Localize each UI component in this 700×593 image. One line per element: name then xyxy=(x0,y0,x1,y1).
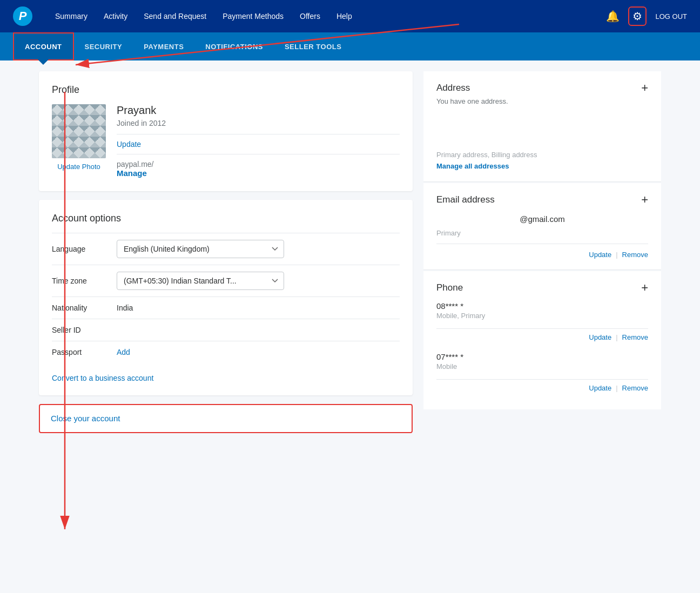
phone-2-update-link[interactable]: Update xyxy=(589,384,611,392)
subnav-account[interactable]: ACCOUNT xyxy=(13,32,74,60)
profile-title: Profile xyxy=(52,84,400,96)
left-column: Profile Update Photo Prayank Joined in 2… xyxy=(39,71,413,433)
nav-send-request[interactable]: Send and Request xyxy=(137,8,213,25)
email-primary-label: Primary xyxy=(436,229,648,237)
timezone-select[interactable]: (GMT+05:30) Indian Standard T... xyxy=(117,272,284,290)
email-update-link[interactable]: Update xyxy=(589,251,611,259)
profile-content: Update Photo Prayank Joined in 2012 Upda… xyxy=(52,104,400,178)
profile-update-link[interactable]: Update xyxy=(117,140,141,149)
avatar xyxy=(52,104,106,158)
paypal-me-manage-link[interactable]: Manage xyxy=(117,169,147,178)
timezone-row: Time zone (GMT+05:30) Indian Standard T.… xyxy=(52,265,400,296)
email-remove-link[interactable]: Remove xyxy=(622,251,648,259)
right-column: Address + You have one address. Primary … xyxy=(423,71,661,433)
sub-nav: ACCOUNT SECURITY PAYMENTS NOTIFICATIONS … xyxy=(0,32,700,60)
nav-offers[interactable]: Offers xyxy=(293,8,327,25)
phone-title: Phone xyxy=(436,282,463,293)
nav-activity[interactable]: Activity xyxy=(97,8,134,25)
nationality-label: Nationality xyxy=(52,304,117,312)
address-sub: You have one address. xyxy=(436,97,648,105)
top-nav-right: 🔔 ⚙ LOG OUT xyxy=(606,6,687,26)
phone-1-actions: Update | Remove xyxy=(436,328,648,341)
paypal-logo: P xyxy=(13,6,32,26)
close-account-box[interactable]: Close your account xyxy=(39,404,413,433)
email-header: Email address + xyxy=(436,194,648,206)
account-options-title: Account options xyxy=(52,213,400,224)
phone-header: Phone + xyxy=(436,282,648,294)
address-card: Address + You have one address. Primary … xyxy=(423,71,661,182)
manage-addresses-link[interactable]: Manage all addresses xyxy=(436,162,509,170)
language-select[interactable]: English (United Kingdom) xyxy=(117,240,284,258)
avatar-image xyxy=(52,104,106,158)
avatar-container: Update Photo xyxy=(52,104,106,171)
nav-help[interactable]: Help xyxy=(330,8,359,25)
passport-add-link[interactable]: Add xyxy=(117,348,130,356)
profile-card: Profile Update Photo Prayank Joined in 2… xyxy=(39,71,413,191)
update-photo-link[interactable]: Update Photo xyxy=(57,163,100,171)
subnav-security[interactable]: SECURITY xyxy=(74,32,133,60)
address-header: Address + xyxy=(436,82,648,94)
phone-card: Phone + 08**** * Mobile, Primary Update … xyxy=(423,271,661,409)
top-nav-links: Summary Activity Send and Request Paymen… xyxy=(49,8,606,25)
phone-entry-2: 07**** * Mobile Update | Remove xyxy=(436,348,648,392)
phone-number-1: 08**** * xyxy=(436,301,648,311)
email-value: @gmail.com xyxy=(436,209,648,229)
subnav-payments[interactable]: PAYMENTS xyxy=(133,32,194,60)
logout-button[interactable]: LOG OUT xyxy=(655,12,687,21)
address-primary-label: Primary address, Billing address xyxy=(436,151,648,159)
phone-entry-1: 08**** * Mobile, Primary Update | Remove xyxy=(436,297,648,341)
phone-entry-2-info: 07**** * Mobile xyxy=(436,348,648,375)
settings-gear-icon[interactable]: ⚙ xyxy=(628,6,647,26)
phone-1-remove-link[interactable]: Remove xyxy=(622,333,648,341)
nationality-value: India xyxy=(117,304,400,312)
phone-add-icon[interactable]: + xyxy=(641,282,648,294)
phone-2-separator: | xyxy=(616,384,617,392)
top-nav: P Summary Activity Send and Request Paym… xyxy=(0,0,700,32)
profile-name: Prayank xyxy=(117,104,400,117)
phone-1-separator: | xyxy=(616,333,617,341)
phone-2-remove-link[interactable]: Remove xyxy=(622,384,648,392)
seller-id-label: Seller ID xyxy=(52,326,117,334)
main-content: Profile Update Photo Prayank Joined in 2… xyxy=(26,60,674,444)
profile-update-row: Update xyxy=(117,134,400,154)
email-actions: Update | Remove xyxy=(436,244,648,259)
phone-label-1: Mobile, Primary xyxy=(436,312,648,320)
email-add-icon[interactable]: + xyxy=(641,194,648,206)
phone-2-actions: Update | Remove xyxy=(436,379,648,392)
subnav-notifications[interactable]: NOTIFICATIONS xyxy=(194,32,274,60)
nationality-row: Nationality India xyxy=(52,296,400,319)
address-add-icon[interactable]: + xyxy=(641,82,648,94)
timezone-label: Time zone xyxy=(52,277,117,285)
close-account-link[interactable]: Close your account xyxy=(51,414,120,423)
phone-1-update-link[interactable]: Update xyxy=(589,333,611,341)
paypal-me-text: paypal.me/ xyxy=(117,160,400,169)
email-separator: | xyxy=(616,251,617,259)
subnav-seller-tools[interactable]: SELLER TOOLS xyxy=(274,32,352,60)
nav-payment-methods[interactable]: Payment Methods xyxy=(216,8,290,25)
address-title: Address xyxy=(436,83,470,93)
account-options-card: Account options Language English (United… xyxy=(39,200,413,395)
phone-entry-1-info: 08**** * Mobile, Primary xyxy=(436,297,648,324)
passport-row: Passport Add xyxy=(52,341,400,363)
seller-id-row: Seller ID xyxy=(52,319,400,341)
passport-label: Passport xyxy=(52,348,117,356)
profile-info: Prayank Joined in 2012 Update paypal.me/… xyxy=(117,104,400,178)
convert-business-link[interactable]: Convert to a business account xyxy=(52,367,400,382)
language-row: Language English (United Kingdom) xyxy=(52,233,400,265)
paypal-me-section: paypal.me/ Manage xyxy=(117,154,400,178)
language-label: Language xyxy=(52,245,117,253)
phone-label-2: Mobile xyxy=(436,362,648,370)
profile-joined: Joined in 2012 xyxy=(117,119,400,127)
email-title: Email address xyxy=(436,194,495,205)
email-card: Email address + @gmail.com Primary Updat… xyxy=(423,183,661,270)
notification-bell-icon[interactable]: 🔔 xyxy=(606,10,620,23)
nav-summary[interactable]: Summary xyxy=(49,8,94,25)
phone-number-2: 07**** * xyxy=(436,352,648,361)
